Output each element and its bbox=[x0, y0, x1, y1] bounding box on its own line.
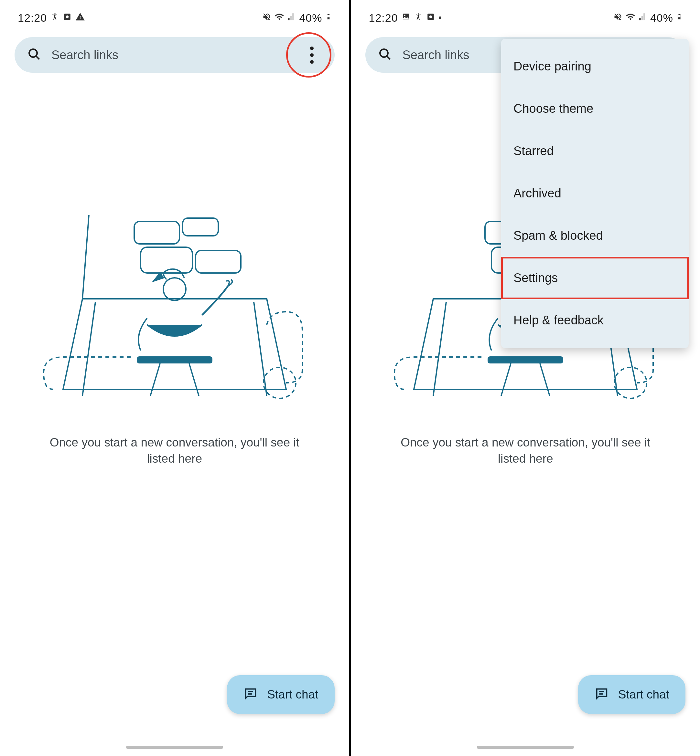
status-icon-dot bbox=[439, 17, 441, 19]
menu-item-choose-theme[interactable]: Choose theme bbox=[501, 87, 689, 130]
battery-icon bbox=[326, 12, 331, 24]
status-icon-app bbox=[63, 12, 72, 23]
status-icon-warning bbox=[75, 12, 85, 24]
svg-rect-39 bbox=[488, 357, 562, 363]
svg-line-31 bbox=[387, 56, 391, 59]
overflow-menu: Device pairing Choose theme Starred Arch… bbox=[501, 39, 689, 348]
svg-point-42 bbox=[614, 367, 647, 398]
svg-point-2 bbox=[66, 15, 69, 18]
menu-item-starred[interactable]: Starred bbox=[501, 130, 689, 172]
svg-line-9 bbox=[254, 302, 267, 396]
svg-point-30 bbox=[380, 49, 388, 57]
status-time: 12:20 bbox=[18, 12, 47, 24]
menu-item-device-pairing[interactable]: Device pairing bbox=[501, 45, 689, 87]
chat-icon bbox=[594, 687, 609, 703]
menu-item-archived[interactable]: Archived bbox=[501, 172, 689, 215]
svg-rect-16 bbox=[138, 357, 212, 363]
mute-icon bbox=[613, 12, 622, 23]
home-indicator[interactable] bbox=[126, 746, 223, 749]
svg-point-19 bbox=[264, 367, 296, 398]
start-chat-label: Start chat bbox=[618, 688, 669, 701]
search-icon bbox=[378, 47, 392, 62]
more-options-button[interactable] bbox=[302, 45, 322, 65]
status-bar: 12:20 40% bbox=[366, 10, 686, 26]
svg-point-23 bbox=[404, 14, 405, 16]
search-placeholder: Search links bbox=[52, 48, 292, 62]
svg-point-15 bbox=[163, 278, 186, 301]
wifi-icon bbox=[275, 12, 284, 24]
search-bar[interactable]: Search links bbox=[14, 37, 334, 73]
svg-line-32 bbox=[433, 302, 446, 396]
empty-state-text: Once you start a new conversation, you'l… bbox=[386, 435, 664, 467]
svg-line-10 bbox=[83, 215, 89, 299]
empty-state-illustration bbox=[41, 215, 309, 402]
wifi-icon bbox=[626, 12, 635, 24]
svg-point-0 bbox=[54, 13, 56, 14]
status-time: 12:20 bbox=[369, 12, 398, 24]
status-icon-accessibility bbox=[414, 12, 423, 23]
svg-point-26 bbox=[429, 15, 432, 18]
search-icon bbox=[28, 47, 41, 62]
content-area: Once you start a new conversation, you'l… bbox=[14, 73, 334, 746]
signal-icon bbox=[639, 12, 647, 23]
svg-line-7 bbox=[36, 56, 39, 59]
svg-line-8 bbox=[83, 302, 95, 396]
svg-rect-13 bbox=[134, 221, 180, 244]
battery-percent: 40% bbox=[650, 12, 673, 24]
svg-rect-28 bbox=[679, 14, 680, 14]
menu-item-help-feedback[interactable]: Help & feedback bbox=[501, 299, 689, 341]
svg-rect-29 bbox=[678, 17, 681, 19]
status-icon-image bbox=[402, 12, 410, 23]
empty-state-text: Once you start a new conversation, you'l… bbox=[36, 435, 314, 467]
signal-icon bbox=[288, 12, 296, 23]
battery-icon bbox=[677, 12, 682, 24]
svg-rect-14 bbox=[183, 218, 218, 236]
svg-line-40 bbox=[501, 363, 511, 396]
status-icon-accessibility bbox=[51, 12, 59, 23]
svg-rect-5 bbox=[327, 17, 330, 19]
menu-item-settings[interactable]: Settings bbox=[501, 257, 689, 299]
status-icon-app bbox=[427, 12, 435, 23]
svg-point-6 bbox=[29, 49, 37, 57]
home-indicator[interactable] bbox=[477, 746, 574, 749]
svg-rect-12 bbox=[195, 250, 241, 273]
svg-line-41 bbox=[540, 363, 550, 396]
svg-line-18 bbox=[189, 363, 199, 396]
start-chat-button[interactable]: Start chat bbox=[578, 675, 686, 714]
screen-before: 12:20 40% bbox=[0, 0, 349, 756]
menu-item-spam-blocked[interactable]: Spam & blocked bbox=[501, 215, 689, 257]
svg-rect-4 bbox=[328, 14, 329, 14]
svg-rect-11 bbox=[141, 247, 192, 273]
status-bar: 12:20 40% bbox=[14, 10, 334, 26]
start-chat-label: Start chat bbox=[267, 688, 318, 701]
svg-line-17 bbox=[150, 363, 160, 396]
screen-after: 12:20 40% bbox=[351, 0, 700, 756]
battery-percent: 40% bbox=[299, 12, 322, 24]
mute-icon bbox=[262, 12, 271, 23]
chat-icon bbox=[243, 687, 258, 703]
start-chat-button[interactable]: Start chat bbox=[227, 675, 334, 714]
svg-point-24 bbox=[417, 13, 419, 14]
